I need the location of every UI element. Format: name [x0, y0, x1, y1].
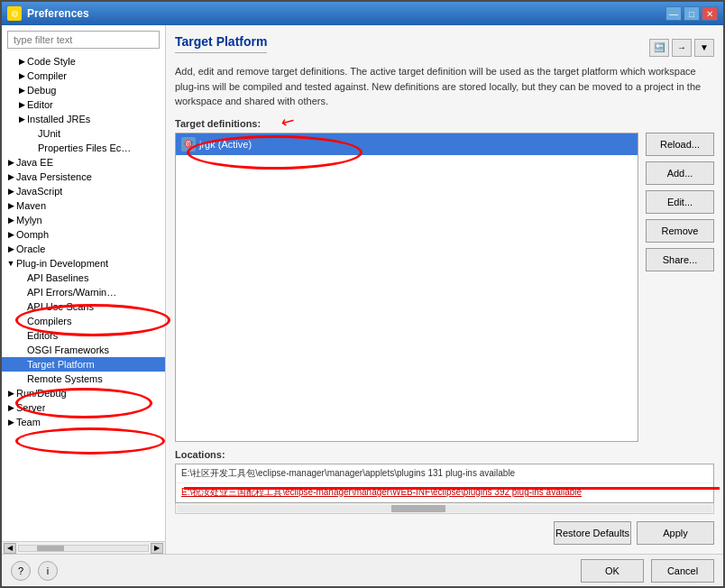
scroll-thumb	[391, 505, 445, 512]
arrow-icon: ▼	[5, 258, 16, 269]
arrow-icon: ▶	[16, 70, 27, 81]
arrow-icon	[16, 345, 27, 355]
window-icon: ⚙	[7, 6, 22, 21]
scroll-track	[178, 505, 711, 512]
sidebar-item-api-baselines[interactable]: API Baselines	[2, 271, 165, 285]
arrow-icon: ▶	[16, 85, 27, 96]
arrow-icon: ▶	[5, 243, 16, 254]
add-button[interactable]: Add...	[646, 161, 714, 185]
arrow-icon	[16, 301, 27, 312]
scroll-track	[18, 545, 149, 552]
side-buttons: Reload... Add... Edit... Remove Share...	[646, 133, 714, 443]
sidebar-item-label: Properties Files Ec…	[38, 142, 131, 153]
cancel-button[interactable]: Cancel	[651, 559, 714, 583]
sidebar: ▶ Code Style ▶ Compiler ▶ Debug ▶ Editor…	[2, 25, 166, 554]
sidebar-item-maven[interactable]: ▶ Maven	[2, 198, 165, 213]
help-button[interactable]: ?	[11, 561, 31, 581]
sidebar-item-label: Oomph	[16, 229, 49, 240]
sidebar-item-code-style[interactable]: ▶ Code Style	[2, 54, 165, 69]
filter-input[interactable]	[7, 31, 160, 49]
sidebar-item-label: OSGI Frameworks	[27, 345, 109, 355]
sidebar-item-mylyn[interactable]: ▶ Mylyn	[2, 213, 165, 227]
locations-table: E:\社区开发工具包\eclipse-manager\manager\apple…	[175, 464, 714, 503]
sidebar-scrollbar[interactable]: ◀ ▶	[2, 541, 165, 554]
arrow-icon: ▶	[5, 215, 16, 225]
tree-area: ▶ Code Style ▶ Compiler ▶ Debug ▶ Editor…	[2, 54, 165, 541]
sidebar-item-api-errors[interactable]: API Errors/Warnin…	[2, 285, 165, 299]
sidebar-item-editors[interactable]: Editors	[2, 328, 165, 343]
sidebar-item-editor[interactable]: ▶ Editor	[2, 97, 165, 112]
sidebar-item-label: Compiler	[27, 70, 67, 81]
sidebar-item-label: Run/Debug	[16, 388, 67, 399]
arrow-icon: ▶	[5, 402, 16, 413]
remove-button[interactable]: Remove	[646, 219, 714, 243]
content-area: ▶ Code Style ▶ Compiler ▶ Debug ▶ Editor…	[2, 25, 723, 554]
forward-button[interactable]: →	[672, 39, 692, 57]
target-list-item[interactable]: 🎯 jrgk (Active)	[176, 133, 638, 155]
sidebar-item-osgi-frameworks[interactable]: OSGI Frameworks	[2, 343, 165, 357]
scroll-left-btn[interactable]: ◀	[4, 543, 16, 554]
menu-dropdown-button[interactable]: ▼	[694, 39, 714, 57]
info-button[interactable]: i	[38, 561, 58, 581]
arrow-icon	[16, 373, 27, 384]
sidebar-item-target-platform[interactable]: Target Platform	[2, 357, 165, 372]
arrow-icon: ▶	[5, 171, 16, 182]
footer-icons: ? i	[11, 561, 58, 581]
arrow-icon: ▶	[5, 200, 16, 211]
sidebar-item-label: Plug-in Development	[16, 258, 108, 269]
sidebar-item-label: JUnit	[38, 128, 60, 139]
sidebar-item-oomph[interactable]: ▶ Oomph	[2, 227, 165, 242]
reload-button[interactable]: Reload...	[646, 133, 714, 156]
restore-defaults-button[interactable]: Restore Defaults	[554, 521, 631, 545]
sidebar-item-debug[interactable]: ▶ Debug	[2, 83, 165, 97]
sidebar-item-java-persistence[interactable]: ▶ Java Persistence	[2, 170, 165, 184]
target-icon: 🎯	[181, 137, 196, 152]
sidebar-item-compilers[interactable]: Compilers	[2, 314, 165, 328]
main-panel: Target Platform 🔙 → ▼ Add, edit and remo…	[166, 25, 723, 554]
sidebar-item-team[interactable]: ▶ Team	[2, 415, 165, 429]
sidebar-item-oracle[interactable]: ▶ Oracle	[2, 242, 165, 256]
sidebar-item-compiler[interactable]: ▶ Compiler	[2, 69, 165, 83]
edit-button[interactable]: Edit...	[646, 190, 714, 214]
arrow-icon	[16, 316, 27, 326]
locations-label: Locations:	[175, 449, 714, 460]
sidebar-item-label: Java Persistence	[16, 171, 92, 182]
sidebar-item-run-debug[interactable]: ▶ Run/Debug	[2, 386, 165, 400]
maximize-button[interactable]: □	[684, 6, 700, 21]
locations-section: Locations: E:\社区开发工具包\eclipse-manager\ma…	[175, 449, 714, 514]
sidebar-item-properties-files[interactable]: Properties Files Ec…	[2, 141, 165, 155]
location-row-1: E:\社区开发工具包\eclipse-manager\manager\apple…	[176, 464, 713, 483]
back-button[interactable]: 🔙	[649, 39, 669, 57]
arrow-icon: ▶	[16, 56, 27, 67]
locations-scrollbar[interactable]	[175, 503, 714, 514]
sidebar-item-remote-systems[interactable]: Remote Systems	[2, 372, 165, 386]
arrow-icon	[16, 359, 27, 370]
sidebar-item-label: Team	[16, 417, 41, 427]
sidebar-item-junit[interactable]: JUnit	[2, 126, 165, 141]
ok-button[interactable]: OK	[581, 559, 644, 583]
location-row-2: E:\祝汝处业三国配程工具\eclipse-manager\manager\WE…	[176, 483, 713, 502]
sidebar-item-label: Installed JREs	[27, 114, 90, 124]
arrow-icon: ▶	[5, 388, 16, 399]
sidebar-item-server[interactable]: ▶ Server	[2, 400, 165, 415]
sidebar-item-label: Code Style	[27, 56, 76, 67]
panel-title: Target Platform	[175, 34, 267, 53]
sidebar-item-javascript[interactable]: ▶ JavaScript	[2, 184, 165, 198]
bottom-buttons: Restore Defaults Apply	[175, 521, 714, 545]
arrow-icon: ▶	[16, 114, 27, 124]
window-title: Preferences	[27, 7, 89, 20]
apply-button[interactable]: Apply	[637, 521, 714, 545]
share-button[interactable]: Share...	[646, 248, 714, 271]
sidebar-item-label: Target Platform	[27, 359, 95, 370]
arrow-icon: ▶	[5, 229, 16, 240]
sidebar-item-java-ee[interactable]: ▶ Java EE	[2, 155, 165, 170]
sidebar-item-plugin-development[interactable]: ▼ Plug-in Development	[2, 256, 165, 271]
close-button[interactable]: ✕	[702, 6, 718, 21]
toolbar-nav: 🔙 → ▼	[649, 39, 714, 57]
minimize-button[interactable]: —	[665, 6, 682, 21]
arrow-icon	[16, 287, 27, 298]
sidebar-item-api-use-scans[interactable]: API Use Scans	[2, 299, 165, 314]
sidebar-item-installed-jres[interactable]: ▶ Installed JREs	[2, 112, 165, 126]
sidebar-item-label: Server	[16, 402, 45, 413]
scroll-right-btn[interactable]: ▶	[151, 543, 163, 554]
